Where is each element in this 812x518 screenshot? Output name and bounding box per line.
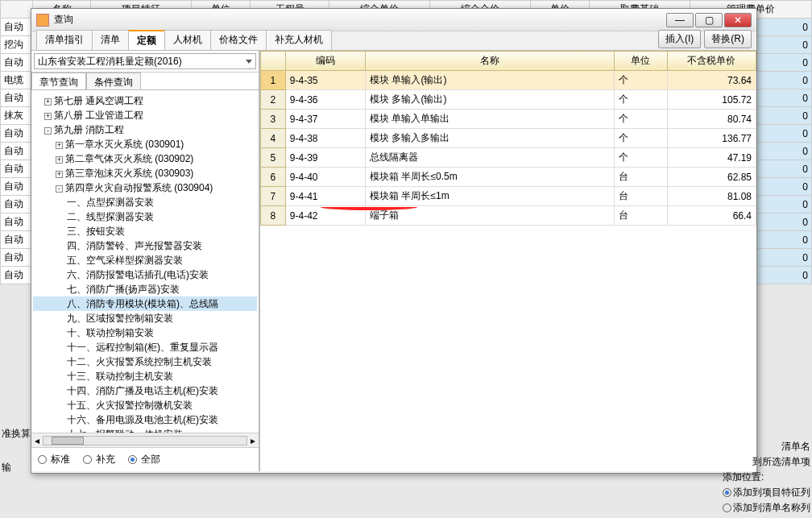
tree-hscroll[interactable]: ◂ ▸ — [31, 433, 259, 447]
table-row[interactable]: 39-4-37模块 单输入单输出个80.74 — [261, 110, 756, 129]
expand-icon[interactable]: - — [44, 127, 52, 135]
tab-0[interactable]: 清单指引 — [36, 30, 93, 50]
tree-node[interactable]: 二、线型探测器安装 — [33, 209, 257, 224]
expand-icon[interactable]: + — [56, 171, 63, 178]
tree-node[interactable]: +第八册 工业管道工程 — [33, 108, 257, 122]
add-position-panel: 清单名 到所选清单项 添加位置: 添加到项目特征列 添加到清单名称列 — [723, 438, 810, 516]
right-pane: 编码名称单位不含税单价 19-4-35模块 单输入(输出)个73.6429-4-… — [260, 51, 756, 471]
table-row[interactable]: 69-4-40模块箱 半周长≤0.5m台62.85 — [261, 168, 756, 187]
tree-node[interactable]: 十七、报警联动一体机安装 — [33, 427, 257, 433]
chevron-down-icon — [246, 60, 252, 64]
radio-all[interactable]: 全部 — [128, 453, 160, 466]
tree-node[interactable]: 六、消防报警电话插孔(电话)安装 — [33, 267, 257, 282]
query-dialog: 查询 — ▢ ✕ 清单指引清单定额人材机价格文件补充人材机 插入(I) 替换(R… — [31, 8, 757, 474]
radio-add-feature[interactable]: 添加到项目特征列 — [723, 486, 810, 499]
tree-node[interactable]: 十三、联动控制主机安装 — [33, 369, 257, 383]
titlebar[interactable]: 查询 — ▢ ✕ — [31, 9, 756, 31]
tree-node[interactable]: 一、点型探测器安装 — [33, 195, 257, 209]
table-row[interactable]: 59-4-39总线隔离器个47.19 — [261, 148, 756, 168]
tree-node[interactable]: 十一、远程控制箱(柜)、重复显示器 — [33, 340, 257, 354]
tree-node[interactable]: 三、按钮安装 — [33, 224, 257, 238]
insert-button[interactable]: 插入(I) — [658, 30, 701, 48]
table-row[interactable]: 49-4-38模块 多输入多输出个136.77 — [261, 129, 756, 148]
tree-node[interactable]: 七、消防广播(扬声器)安装 — [33, 282, 257, 296]
table-row[interactable]: 29-4-36模块 多输入(输出)个105.72 — [261, 90, 756, 110]
maximize-button[interactable]: ▢ — [695, 13, 723, 27]
table-row[interactable]: 79-4-41模块箱 半周长≤1m台81.08 — [261, 187, 756, 206]
tree-node[interactable]: -第四章火灾自动报警系统 (030904) — [33, 180, 257, 195]
tab-1[interactable]: 清单 — [92, 30, 129, 50]
main-tabs: 清单指引清单定额人材机价格文件补充人材机 插入(I) 替换(R) — [31, 31, 756, 51]
tree-node[interactable]: +第二章气体灭火系统 (030902) — [33, 151, 257, 166]
replace-button[interactable]: 替换(R) — [704, 30, 752, 48]
out-label: 输 — [2, 461, 11, 474]
tree-node[interactable]: 十五、火灾报警控制微机安装 — [33, 398, 257, 412]
subtab-1[interactable]: 条件查询 — [86, 73, 141, 89]
tree-node[interactable]: 十四、消防广播及电话主机(柜)安装 — [33, 383, 257, 398]
quota-dropdown[interactable]: 山东省安装工程消耗量定额(2016) — [34, 53, 256, 69]
tree-node[interactable]: +第一章水灭火系统 (030901) — [33, 137, 257, 151]
tree-node[interactable]: 十、联动控制箱安装 — [33, 325, 257, 340]
radio-standard[interactable]: 标准 — [38, 453, 70, 466]
expand-icon[interactable]: - — [56, 185, 63, 193]
radio-add-name[interactable]: 添加到清单名称列 — [723, 501, 810, 515]
tree-node[interactable]: +第七册 通风空调工程 — [33, 93, 257, 108]
expand-icon[interactable]: + — [44, 113, 52, 120]
quota-grid[interactable]: 编码名称单位不含税单价 19-4-35模块 单输入(输出)个73.6429-4-… — [260, 51, 756, 226]
tree-node[interactable]: 九、区域报警控制箱安装 — [33, 311, 257, 325]
app-icon — [36, 14, 49, 27]
left-pane: 山东省安装工程消耗量定额(2016) 章节查询条件查询 +第七册 通风空调工程+… — [31, 51, 260, 471]
chapter-tree[interactable]: +第七册 通风空调工程+第八册 工业管道工程-第九册 消防工程+第一章水灭火系统… — [31, 90, 259, 433]
filter-radios: 标准 补充 全部 — [31, 447, 259, 471]
tree-node[interactable]: 八、消防专用模块(模块箱)、总线隔 — [33, 296, 257, 311]
expand-icon[interactable]: + — [44, 98, 52, 106]
tab-4[interactable]: 价格文件 — [210, 30, 267, 50]
expand-icon[interactable]: + — [56, 142, 63, 149]
red-annotation — [321, 204, 417, 210]
dialog-title: 查询 — [54, 13, 666, 27]
table-row[interactable]: 19-4-35模块 单输入(输出)个73.64 — [261, 71, 756, 90]
tab-3[interactable]: 人材机 — [164, 30, 211, 50]
minimize-button[interactable]: — — [666, 13, 694, 27]
dropdown-value: 山东省安装工程消耗量定额(2016) — [38, 55, 182, 68]
sub-tabs: 章节查询条件查询 — [31, 73, 259, 90]
expand-icon[interactable]: + — [56, 156, 63, 164]
prep-label: 准换算 — [2, 427, 31, 441]
tab-2[interactable]: 定额 — [128, 30, 165, 50]
tab-5[interactable]: 补充人材机 — [266, 30, 332, 50]
tree-node[interactable]: -第九册 消防工程 — [33, 122, 257, 137]
tree-node[interactable]: 四、消防警铃、声光报警器安装 — [33, 238, 257, 253]
tree-node[interactable]: 五、空气采样型探测器安装 — [33, 253, 257, 267]
tree-node[interactable]: 十六、备用电源及电池主机(柜)安装 — [33, 412, 257, 427]
subtab-0[interactable]: 章节查询 — [31, 73, 86, 89]
tree-node[interactable]: 十二、火灾报警系统控制主机安装 — [33, 354, 257, 369]
close-button[interactable]: ✕ — [724, 13, 752, 27]
radio-supplement[interactable]: 补充 — [83, 453, 115, 466]
tree-node[interactable]: +第三章泡沫灭火系统 (030903) — [33, 166, 257, 180]
